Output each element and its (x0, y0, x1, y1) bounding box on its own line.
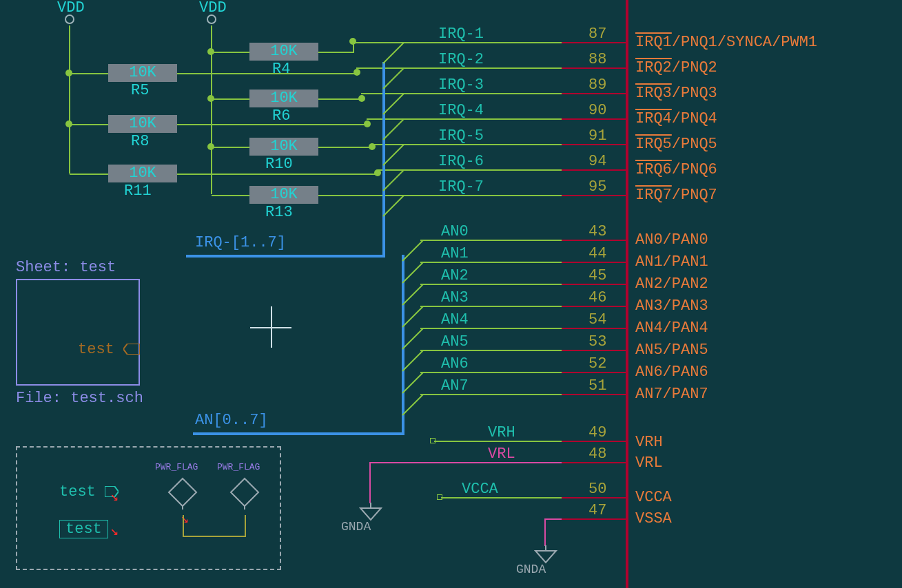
wire (183, 536, 245, 537)
wire (318, 98, 361, 100)
pin-stub (562, 497, 626, 498)
resistor-r13[interactable]: 10K (249, 186, 318, 204)
pin-stub (562, 394, 626, 395)
pin-endpoint (430, 438, 435, 443)
erc-marker-icon[interactable]: ↘ (181, 510, 189, 527)
bus-entry (402, 306, 423, 326)
wire (70, 174, 108, 175)
net-label: IRQ-3 (438, 76, 484, 94)
pin-name: AN0/PAN0 (635, 231, 708, 249)
power-label-vdd: VDD (57, 0, 85, 17)
resistor-r4[interactable]: 10K (249, 43, 318, 61)
pin-stub (562, 306, 626, 307)
pin-endpoint (437, 494, 442, 500)
resistor-ref: R5 (131, 82, 149, 99)
pin-number: 54 (588, 311, 606, 328)
resistor-value: 10K (251, 90, 317, 107)
wire (245, 515, 246, 537)
pin-name: AN1/PAN1 (635, 253, 708, 271)
bus-entry (383, 93, 404, 114)
pin-stub (562, 372, 626, 373)
bus-label-irq: IRQ-[1..7] (195, 234, 286, 251)
sheet-title: Sheet: test (16, 259, 116, 276)
bus-entry (402, 372, 423, 392)
power-flag-label: PWR_FLAG (155, 462, 198, 472)
pin-number: 53 (588, 333, 606, 350)
resistor-value: 10K (110, 115, 176, 132)
bus-entry (402, 328, 423, 348)
resistor-value: 10K (110, 165, 176, 182)
resistor-r6[interactable]: 10K (249, 90, 318, 107)
chip-body-edge (626, 0, 628, 588)
pin-stub (562, 284, 626, 285)
sheet-port[interactable]: test (78, 341, 140, 358)
bus-entry (383, 42, 404, 63)
power-label-vdd: VDD (199, 0, 227, 17)
pin-number: 90 (588, 102, 606, 119)
net-label: IRQ-6 (438, 153, 484, 170)
hierarchical-sheet[interactable] (16, 279, 140, 386)
pin-name: VRH (635, 434, 663, 451)
net-label: AN0 (441, 223, 469, 240)
pin-stub (562, 118, 626, 120)
erc-marker-icon[interactable]: ↘ (110, 522, 119, 539)
pin-name: AN6/PAN6 (635, 364, 708, 381)
resistor-ref: R6 (272, 107, 290, 125)
net-label: IRQ-7 (438, 178, 484, 196)
net-label: IRQ-5 (438, 127, 484, 145)
pin-stub (562, 328, 626, 329)
pin-name: IRQ1/PNQ1/SYNCA/PWM1 (635, 34, 817, 51)
pin-number: 89 (588, 76, 606, 94)
svg-marker-0 (123, 344, 140, 355)
bus-entry (402, 350, 423, 370)
resistor-ref: R13 (265, 204, 293, 221)
net-label: AN4 (441, 311, 469, 328)
pin-stub (562, 441, 626, 442)
pin-name: AN5/PAN5 (635, 342, 708, 359)
svg-marker-2 (169, 479, 196, 506)
wire (369, 462, 371, 503)
net-label: VRL (488, 445, 515, 463)
net-label: AN3 (441, 289, 469, 306)
bus-entry (383, 195, 404, 216)
pin-name: IRQ3/PNQ3 (635, 85, 717, 102)
wire (212, 52, 249, 53)
pin-number: 44 (588, 245, 606, 262)
bus-entry (383, 169, 404, 190)
hier-label-test[interactable]: test (59, 520, 108, 538)
pin-stub (562, 144, 626, 145)
power-flag-symbol[interactable] (165, 475, 200, 514)
pin-name: VSSA (635, 510, 672, 527)
power-flag-label: PWR_FLAG (217, 462, 260, 472)
wire (70, 73, 108, 74)
bus-entry (383, 118, 404, 139)
pin-stub (562, 518, 626, 520)
wire (177, 174, 377, 175)
resistor-value: 10K (251, 138, 317, 155)
wire (183, 515, 184, 536)
resistor-r5[interactable]: 10K (108, 64, 177, 82)
pin-stub (562, 462, 626, 463)
resistor-r11[interactable]: 10K (108, 165, 177, 182)
wire (318, 52, 353, 53)
erc-marker-icon[interactable]: ↘ (110, 487, 119, 505)
resistor-r8[interactable]: 10K (108, 115, 177, 133)
pin-number: 52 (588, 355, 606, 372)
bus-entry (383, 67, 404, 88)
schematic-canvas[interactable]: VDD VDD 10K R5 10K R8 10K R11 10K R4 10K… (0, 0, 902, 588)
bus-entry (402, 262, 423, 282)
pin-stub (562, 350, 626, 351)
pin-stub (562, 42, 626, 43)
pin-number: 49 (588, 424, 606, 441)
power-flag-symbol[interactable] (227, 475, 262, 514)
pin-number: 48 (588, 445, 606, 463)
net-label: AN7 (441, 377, 469, 395)
pin-name: AN4/PAN4 (635, 319, 708, 337)
pin-number: 45 (588, 267, 606, 284)
pin-number: 43 (588, 223, 606, 240)
wire (318, 195, 384, 196)
resistor-r10[interactable]: 10K (249, 138, 318, 156)
pin-number: 95 (588, 178, 606, 196)
pin-stub (562, 93, 626, 94)
resistor-ref: R11 (124, 182, 152, 200)
